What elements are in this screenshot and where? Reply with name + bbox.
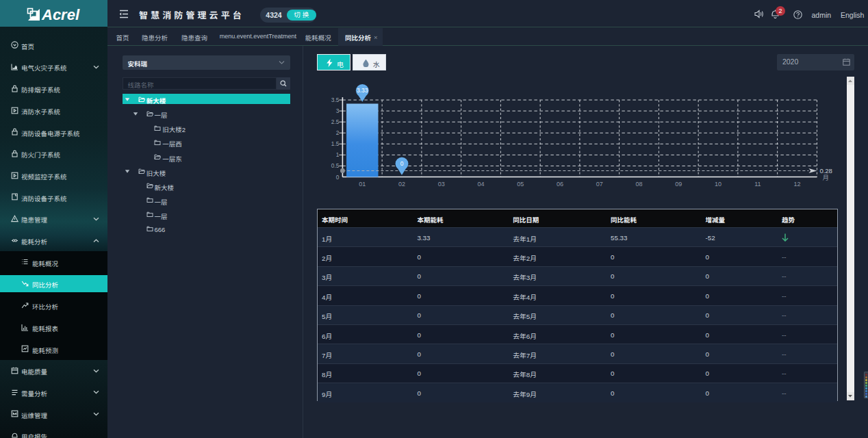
- svg-text:10: 10: [715, 181, 722, 188]
- svg-text:03: 03: [438, 181, 445, 188]
- svg-text:04: 04: [477, 181, 484, 188]
- svg-text:2: 2: [336, 129, 340, 136]
- svg-text:月: 月: [822, 174, 829, 181]
- svg-text:3: 3: [336, 107, 340, 114]
- svg-text:0: 0: [336, 174, 340, 181]
- svg-text:12: 12: [793, 181, 800, 188]
- svg-text:1.5: 1.5: [331, 140, 340, 147]
- svg-text:08: 08: [635, 181, 642, 188]
- svg-text:0.5: 0.5: [331, 162, 340, 169]
- svg-text:1: 1: [336, 151, 340, 158]
- svg-text:05: 05: [517, 181, 524, 188]
- svg-text:2.5: 2.5: [331, 118, 340, 125]
- svg-text:06: 06: [557, 181, 563, 188]
- svg-text:11: 11: [754, 181, 761, 188]
- svg-text:3.5: 3.5: [331, 96, 340, 103]
- svg-text:09: 09: [675, 181, 682, 188]
- svg-text:01: 01: [359, 181, 366, 188]
- svg-text:3.33: 3.33: [357, 87, 368, 94]
- svg-text:0: 0: [400, 160, 404, 167]
- svg-text:07: 07: [596, 181, 603, 188]
- svg-text:02: 02: [398, 181, 405, 188]
